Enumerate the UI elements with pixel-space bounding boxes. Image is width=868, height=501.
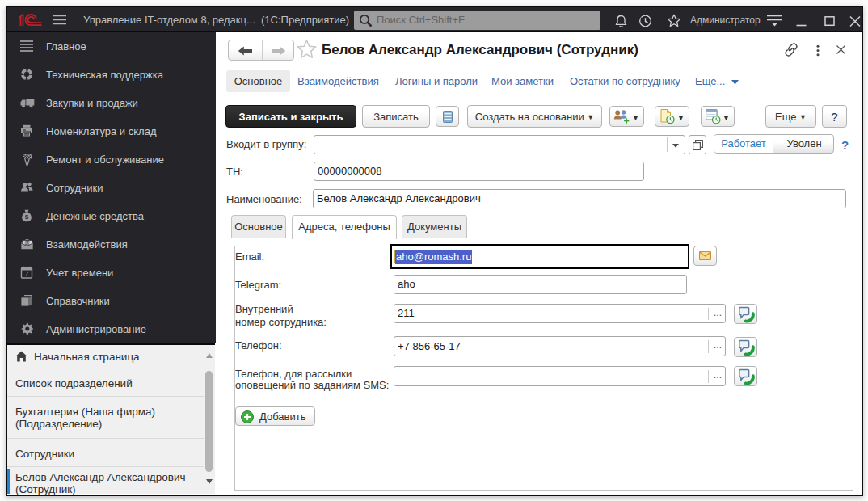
svg-text:@: @ <box>24 239 30 245</box>
svg-text:7: 7 <box>25 270 29 278</box>
